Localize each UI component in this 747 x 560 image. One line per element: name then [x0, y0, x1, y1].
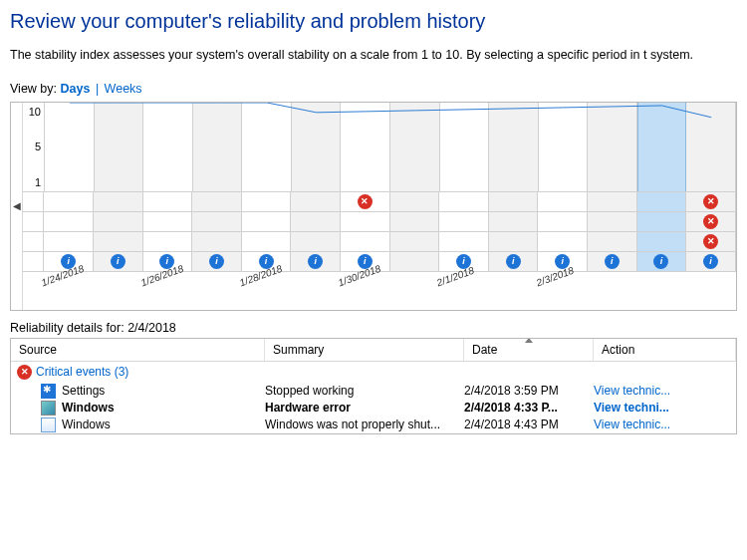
event-cell[interactable]	[94, 232, 143, 252]
error-icon: ✕	[703, 194, 718, 209]
event-cell[interactable]	[341, 212, 390, 232]
event-cell[interactable]	[291, 212, 341, 232]
event-cell[interactable]	[637, 212, 687, 232]
event-cell[interactable]	[538, 212, 588, 232]
event-cell[interactable]	[192, 232, 242, 252]
event-cell[interactable]	[390, 232, 440, 252]
group-critical-events[interactable]: ✕ Critical events (3)	[11, 362, 736, 383]
event-cell[interactable]	[439, 212, 489, 232]
col-source[interactable]: Source	[11, 339, 265, 361]
event-cell[interactable]	[242, 232, 292, 252]
event-cell[interactable]	[44, 232, 94, 252]
info-icon: i	[209, 254, 224, 269]
date-cell: 1/30/2018	[341, 272, 390, 310]
date-cell: 1/28/2018	[242, 272, 292, 310]
event-cell[interactable]: ✕	[686, 212, 736, 232]
stability-plot[interactable]	[45, 103, 736, 191]
event-cell[interactable]	[489, 232, 539, 252]
date-cell	[588, 272, 637, 310]
event-cell[interactable]: ✕	[341, 192, 390, 212]
event-cell[interactable]	[291, 232, 341, 252]
event-cell[interactable]: i	[588, 252, 637, 272]
view-by-row: View by: Days | Weeks	[10, 82, 737, 96]
summary-text: Hardware error	[265, 401, 464, 415]
event-cell[interactable]	[538, 192, 588, 212]
view-by-label: View by:	[10, 82, 57, 96]
source-text: Windows	[62, 418, 111, 431]
event-cell[interactable]	[588, 192, 637, 212]
table-row[interactable]: WindowsHardware error2/4/2018 4:33 P...V…	[11, 400, 736, 417]
details-table: Source Summary Date Action ✕ Critical ev…	[10, 338, 737, 434]
event-cell[interactable]	[143, 232, 193, 252]
event-cell[interactable]	[242, 212, 292, 232]
event-cell[interactable]	[390, 192, 440, 212]
windows-icon	[41, 401, 56, 416]
view-days-link[interactable]: Days	[61, 82, 91, 96]
event-cell[interactable]	[588, 232, 637, 252]
event-cell[interactable]	[94, 212, 143, 232]
event-cell[interactable]	[291, 192, 341, 212]
table-row[interactable]: WindowsWindows was not properly shut...2…	[11, 417, 736, 433]
gear-icon	[41, 384, 56, 399]
event-cell[interactable]	[489, 212, 539, 232]
chart-prev-button[interactable]: ◀	[11, 103, 23, 310]
event-cell[interactable]	[538, 232, 588, 252]
action-link[interactable]: View technic...	[594, 418, 736, 431]
date-cell	[291, 272, 341, 310]
event-row: ✕	[23, 212, 736, 232]
table-row[interactable]: SettingsStopped working2/4/2018 3:59 PMV…	[11, 383, 736, 400]
event-cell[interactable]	[588, 212, 637, 232]
event-cell[interactable]: i	[192, 252, 242, 272]
event-cell[interactable]	[44, 212, 94, 232]
event-cell[interactable]: i	[94, 252, 143, 272]
summary-text: Stopped working	[265, 384, 464, 398]
sort-caret-icon	[525, 339, 533, 343]
view-separator: |	[96, 82, 99, 96]
event-cell[interactable]: i	[686, 252, 736, 272]
windows-icon	[41, 418, 56, 432]
summary-text: Windows was not properly shut...	[265, 418, 464, 431]
event-cell[interactable]	[637, 192, 687, 212]
action-link[interactable]: View techni...	[594, 401, 736, 415]
error-icon: ✕	[703, 234, 718, 249]
event-cell[interactable]	[143, 192, 193, 212]
col-date-label: Date	[472, 343, 497, 357]
group-label: Critical events (3)	[36, 365, 128, 379]
event-cell[interactable]	[439, 192, 489, 212]
info-icon: i	[605, 254, 620, 269]
event-cell[interactable]: ✕	[686, 192, 736, 212]
col-date[interactable]: Date	[464, 339, 594, 361]
event-cell[interactable]	[390, 212, 440, 232]
reliability-chart: ◀ 10 5 1 ✕✕✕✕iiiiiiiiiiiii 1/24/20181/26…	[10, 102, 737, 311]
event-cell[interactable]	[489, 192, 539, 212]
event-cell[interactable]	[242, 192, 292, 212]
event-cell[interactable]: i	[291, 252, 341, 272]
event-cell[interactable]: ✕	[686, 232, 736, 252]
details-label: Reliability details for: 2/4/2018	[10, 321, 737, 335]
event-cell[interactable]	[44, 192, 94, 212]
event-grid: ✕✕✕✕iiiiiiiiiiiii	[23, 192, 736, 272]
event-cell[interactable]	[192, 212, 242, 232]
event-row: ✕	[23, 232, 736, 252]
ytick-10: 10	[23, 106, 41, 118]
event-cell[interactable]	[143, 212, 193, 232]
view-weeks-link[interactable]: Weeks	[105, 82, 142, 96]
error-icon: ✕	[17, 365, 32, 380]
action-link[interactable]: View technic...	[594, 384, 736, 398]
table-header: Source Summary Date Action	[11, 339, 736, 362]
date-cell	[390, 272, 440, 310]
event-cell[interactable]	[94, 192, 143, 212]
event-cell[interactable]	[390, 252, 440, 272]
event-cell[interactable]	[439, 232, 489, 252]
event-cell[interactable]	[192, 192, 242, 212]
details-label-date: 2/4/2018	[127, 321, 176, 335]
col-summary[interactable]: Summary	[265, 339, 464, 361]
date-cell	[489, 272, 539, 310]
stability-line	[45, 103, 736, 191]
event-cell[interactable]: i	[489, 252, 539, 272]
source-text: Windows	[62, 401, 115, 415]
event-cell[interactable]	[341, 232, 390, 252]
col-action[interactable]: Action	[594, 339, 736, 361]
event-cell[interactable]	[637, 232, 687, 252]
event-cell[interactable]: i	[637, 252, 687, 272]
